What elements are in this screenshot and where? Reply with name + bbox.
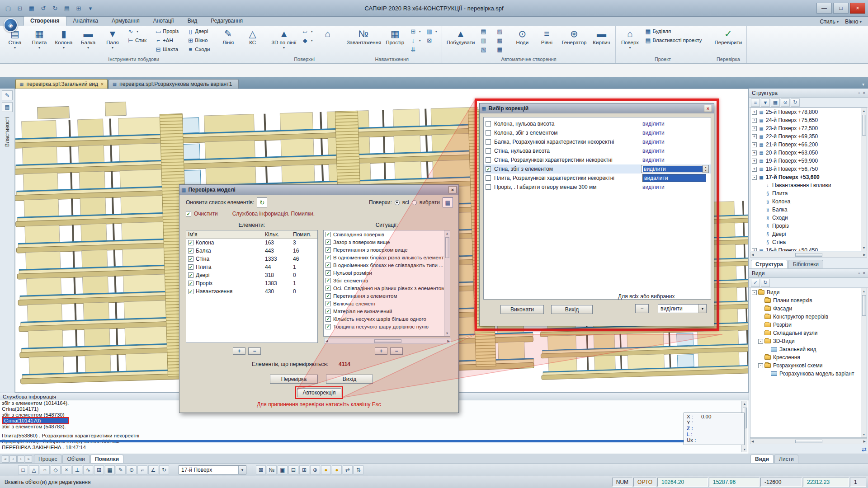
expander-icon[interactable]: + xyxy=(752,126,757,131)
ribbon-button[interactable] xyxy=(424,45,439,54)
ribbon-button[interactable]: ∿ xyxy=(125,27,152,36)
correction-checkbox[interactable] xyxy=(486,148,491,154)
tree-row[interactable]: ↓Навантаження і впливи xyxy=(750,181,867,189)
tree-row[interactable]: §Двері xyxy=(750,230,867,238)
panel-tab[interactable]: Структура xyxy=(751,260,788,268)
log-line[interactable]: ПЕРЕВІРКА ЗАКІНЧЕНА . 18:47:14 xyxy=(2,445,740,450)
toolbar-icon[interactable]: ⊞ xyxy=(299,465,309,474)
toolbar-icon[interactable]: ⊥ xyxy=(72,465,82,474)
toolbar-icon[interactable]: № xyxy=(267,465,277,474)
ribbon-button[interactable]: ▲Побудувати xyxy=(444,27,477,55)
num-toggle[interactable]: NUM xyxy=(612,478,632,487)
list-item[interactable]: Зазор з поверхом вище xyxy=(324,238,450,246)
tree-row[interactable]: Розрізи xyxy=(750,321,867,329)
structure-tool-icon[interactable]: ⊙ xyxy=(781,99,790,107)
views-tool-icon[interactable]: ✓ xyxy=(751,279,760,287)
maximize-button[interactable]: □ xyxy=(833,3,849,14)
tree-row[interactable]: §Колона xyxy=(750,197,867,206)
action-cell[interactable]: виділити▴▾ xyxy=(641,183,709,191)
toolbar-icon[interactable]: ⇅ xyxy=(354,465,363,474)
structure-tool-icon[interactable]: ▦ xyxy=(771,99,780,107)
style-menu[interactable]: Стиль xyxy=(820,19,839,25)
ribbon-button[interactable] xyxy=(300,45,315,54)
expander-icon[interactable]: + xyxy=(752,150,757,155)
toolbar-icon[interactable]: ⇄ xyxy=(343,465,353,474)
tree-row[interactable]: Фасади xyxy=(750,305,867,313)
toolbar-icon[interactable]: ◇ xyxy=(51,465,61,474)
element-checkbox[interactable] xyxy=(188,248,193,253)
ribbon-button[interactable]: ▥ xyxy=(424,27,439,36)
structure-tool-icon[interactable]: ▼ xyxy=(761,99,770,107)
ribbon-button[interactable]: ⊞Вікно xyxy=(185,36,215,45)
properties-strip-label[interactable]: Властивості xyxy=(4,117,10,147)
tree-row[interactable]: +▦19-й Поверх +59,900 xyxy=(750,157,867,165)
radio-floors-all[interactable] xyxy=(395,200,400,205)
window-menu[interactable]: Вікно xyxy=(845,19,862,25)
toolbar-icon[interactable]: ▣ xyxy=(278,465,288,474)
ribbon-button[interactable]: ≡Рівні xyxy=(535,27,558,55)
tree-row[interactable]: +▦20-й Поверх +63,050 xyxy=(750,149,867,157)
last-tab-icon[interactable]: » xyxy=(25,455,32,463)
expander-icon[interactable]: + xyxy=(752,134,757,139)
table-row[interactable]: Проріз13831 xyxy=(186,279,317,287)
ribbon-button[interactable]: ▮Колона xyxy=(52,27,75,55)
ribbon-button[interactable]: ⊟Шахта xyxy=(153,45,184,54)
floor-table-button[interactable]: ▦ xyxy=(443,197,453,207)
situation-checkbox[interactable] xyxy=(326,263,331,268)
edit-properties-icon[interactable]: ✎ xyxy=(2,90,13,100)
ribbon-button[interactable] xyxy=(642,45,707,54)
execute-button[interactable]: Виконати xyxy=(500,305,544,314)
ribbon-button[interactable]: №Завантаження xyxy=(344,27,382,55)
tree-row[interactable]: +▦25-й Поверх +78,800 xyxy=(750,108,867,116)
ribbon-button[interactable]: ⊞ xyxy=(408,27,423,36)
situation-checkbox[interactable] xyxy=(326,278,331,283)
situation-checkbox[interactable] xyxy=(326,232,331,237)
ribbon-button[interactable]: ▦Плита xyxy=(28,27,51,55)
pin-icon[interactable]: ▫ xyxy=(859,90,860,95)
expander-icon[interactable]: + xyxy=(752,142,757,147)
autocorrect-button[interactable]: Автокорекція xyxy=(297,388,341,397)
toolbar-icon[interactable]: △ xyxy=(29,465,39,474)
ribbon-tab[interactable]: Анотації xyxy=(146,16,181,26)
exit-button[interactable]: Вихід xyxy=(551,305,593,314)
list-item[interactable]: Кількість несучих шарів більше одного xyxy=(324,315,450,323)
first-tab-icon[interactable]: « xyxy=(2,455,9,463)
pin-icon[interactable]: ▫ xyxy=(859,271,860,276)
tree-row[interactable]: +▦22-й Поверх +69,350 xyxy=(750,132,867,141)
apply-all-combobox[interactable]: виділити xyxy=(658,304,707,313)
toolbar-icon[interactable]: ✎ xyxy=(116,465,126,474)
ribbon-button[interactable]: ⇊ xyxy=(408,45,423,54)
ribbon-button[interactable]: ▬Балка xyxy=(76,27,100,55)
toolbar-icon[interactable]: ● xyxy=(321,465,331,474)
list-item[interactable]: Співпадіння поверхів xyxy=(324,230,450,238)
correction-checkbox[interactable] xyxy=(486,175,491,181)
tree-row[interactable]: §Сходи xyxy=(750,214,867,222)
ribbon-button[interactable]: ◆ xyxy=(300,36,315,45)
ribbon-button[interactable]: ▨ xyxy=(494,27,509,36)
situation-checkbox[interactable] xyxy=(326,316,331,322)
close-icon[interactable]: × xyxy=(863,90,865,95)
ribbon-button[interactable]: ✓Перевірити xyxy=(712,27,745,55)
situation-checkbox[interactable] xyxy=(326,309,331,314)
list-item[interactable]: Перетинання з елементом xyxy=(324,292,450,300)
expander-icon[interactable]: + xyxy=(752,159,757,164)
correction-checkbox[interactable] xyxy=(486,130,491,136)
situation-checkbox[interactable] xyxy=(326,301,331,306)
situations-scrollbar-vertical[interactable]: ▲▼ xyxy=(444,230,450,336)
ribbon-button[interactable]: ▥ xyxy=(478,36,493,45)
situation-checkbox[interactable] xyxy=(326,247,331,253)
ribbon-button[interactable]: ▬Кирпич xyxy=(590,27,613,55)
ribbon-button[interactable]: ▯Двері xyxy=(185,27,215,36)
quick-access-icon[interactable]: ▤ xyxy=(61,3,72,13)
add-situation-button[interactable]: + xyxy=(375,347,387,355)
structure-tool-icon[interactable]: ≡ xyxy=(751,99,760,107)
correction-row[interactable]: Стіна, нульова висотавиділити▴▾ xyxy=(484,146,711,155)
tab-list-chevron-icon[interactable]: ▾ xyxy=(859,82,868,89)
action-cell[interactable]: виділити▴▾ xyxy=(641,165,709,173)
element-checkbox[interactable] xyxy=(188,256,193,262)
list-item[interactable]: Матеріал не визначений xyxy=(324,307,450,315)
ribbon-button[interactable]: ↓ xyxy=(408,36,423,45)
toolbar-icon[interactable]: ⊠ xyxy=(256,465,266,474)
expander-icon[interactable]: - xyxy=(752,290,757,295)
views-tab[interactable]: Види xyxy=(750,455,774,463)
